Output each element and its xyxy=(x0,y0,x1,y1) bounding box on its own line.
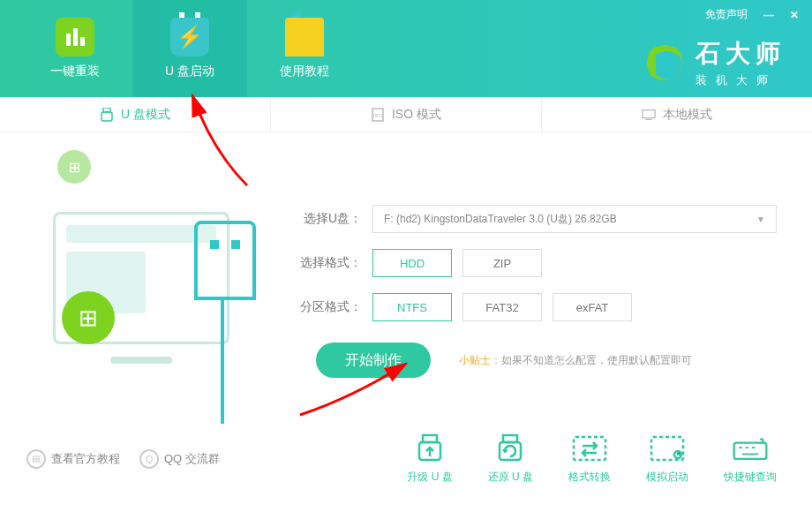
format-option-zip[interactable]: ZIP xyxy=(462,249,542,277)
nav-label: U 盘启动 xyxy=(165,64,214,79)
logo: 石大师 装机大师 xyxy=(643,37,786,88)
tool-shortcut-query[interactable]: 快捷键查询 xyxy=(724,433,777,485)
nav-label: 一键重装 xyxy=(50,64,100,79)
partition-option-fat32[interactable]: FAT32 xyxy=(462,293,542,321)
usb-icon xyxy=(100,108,114,122)
svg-rect-10 xyxy=(574,437,605,460)
tool-upgrade-usb[interactable]: 升级 U 盘 xyxy=(407,433,452,485)
svg-rect-13 xyxy=(734,443,767,459)
minimize-button[interactable]: — xyxy=(763,9,774,21)
select-usb-label: 选择U盘： xyxy=(300,211,362,227)
qq-icon: Q xyxy=(139,449,159,469)
mode-label: ISO 模式 xyxy=(392,107,441,123)
qq-group-link[interactable]: Q QQ 交流群 xyxy=(139,449,220,469)
usb-boot-icon: ⚡ xyxy=(170,18,209,56)
tutorial-icon xyxy=(285,18,324,56)
partition-option-exfat[interactable]: exFAT xyxy=(553,293,632,321)
chevron-down-icon: ▼ xyxy=(756,215,765,224)
book-icon: ▤ xyxy=(26,449,46,469)
keyboard-icon xyxy=(731,433,770,464)
config-form: 选择U盘： F: (hd2) KingstonDataTraveler 3.0 … xyxy=(247,159,777,415)
mode-tab-usb[interactable]: U 盘模式 xyxy=(0,97,271,132)
windows-badge-icon: ⊞ xyxy=(62,291,115,344)
window-controls: 免责声明 — ✕ xyxy=(705,7,799,22)
mode-label: U 盘模式 xyxy=(121,107,170,123)
format-label: 选择格式： xyxy=(300,255,362,271)
mode-tab-iso[interactable]: ISO ISO 模式 xyxy=(271,97,542,132)
svg-rect-4 xyxy=(643,109,655,117)
usb-cable-graphic xyxy=(221,300,224,424)
reinstall-icon xyxy=(56,18,94,56)
format-option-hdd[interactable]: HDD xyxy=(372,249,452,277)
main-content: ⊞ ⊞ 选择U盘： F: (hd2) KingstonDataTraveler … xyxy=(0,132,812,424)
tool-format-convert[interactable]: 格式转换 xyxy=(568,433,611,485)
tip-label: 小贴士： xyxy=(459,354,501,366)
mode-label: 本地模式 xyxy=(663,107,712,123)
logo-icon xyxy=(643,41,687,85)
start-button[interactable]: 开始制作 xyxy=(316,343,431,378)
usb-plug-graphic xyxy=(194,221,256,300)
svg-rect-11 xyxy=(651,437,683,460)
nav-tab-reinstall[interactable]: 一键重装 xyxy=(18,0,132,97)
tool-simulate-boot[interactable]: 模拟启动 xyxy=(646,433,688,485)
usb-illustration: ⊞ ⊞ xyxy=(35,159,247,415)
convert-icon xyxy=(570,433,609,464)
nav-tab-tutorial[interactable]: 使用教程 xyxy=(247,0,362,97)
svg-rect-1 xyxy=(102,112,112,121)
tip-text: 小贴士：如果不知道怎么配置，使用默认配置即可 xyxy=(459,353,692,368)
nav-tab-usb-boot[interactable]: ⚡ U 盘启动 xyxy=(132,0,247,97)
logo-title: 石大师 xyxy=(695,37,786,71)
upgrade-icon xyxy=(410,433,449,464)
usb-select-value: F: (hd2) KingstonDataTraveler 3.0 (U盘) 2… xyxy=(384,212,617,227)
simulate-icon xyxy=(648,433,687,464)
official-tutorial-link[interactable]: ▤ 查看官方教程 xyxy=(26,449,120,469)
iso-icon: ISO xyxy=(371,108,385,122)
mode-tabs: U 盘模式 ISO ISO 模式 本地模式 xyxy=(0,97,812,132)
partition-option-ntfs[interactable]: NTFS xyxy=(372,293,452,321)
footer: ▤ 查看官方教程 Q QQ 交流群 升级 U 盘 还原 U 盘 格式转换 模拟启… xyxy=(0,424,812,502)
mode-tab-local[interactable]: 本地模式 xyxy=(542,97,812,132)
svg-text:ISO: ISO xyxy=(373,113,383,118)
windows-badge-icon: ⊞ xyxy=(57,150,91,184)
usb-select[interactable]: F: (hd2) KingstonDataTraveler 3.0 (U盘) 2… xyxy=(372,205,777,233)
app-header: 一键重装 ⚡ U 盘启动 使用教程 免责声明 — ✕ 石大师 装机大师 xyxy=(0,0,812,97)
local-icon xyxy=(642,108,656,122)
partition-label: 分区格式： xyxy=(300,299,362,315)
nav-tabs: 一键重装 ⚡ U 盘启动 使用教程 xyxy=(18,0,362,97)
logo-subtitle: 装机大师 xyxy=(695,72,786,88)
tool-restore-usb[interactable]: 还原 U 盘 xyxy=(488,433,533,485)
nav-label: 使用教程 xyxy=(280,64,329,79)
disclaimer-link[interactable]: 免责声明 xyxy=(705,7,748,22)
restore-icon xyxy=(491,433,530,464)
close-button[interactable]: ✕ xyxy=(790,9,799,21)
